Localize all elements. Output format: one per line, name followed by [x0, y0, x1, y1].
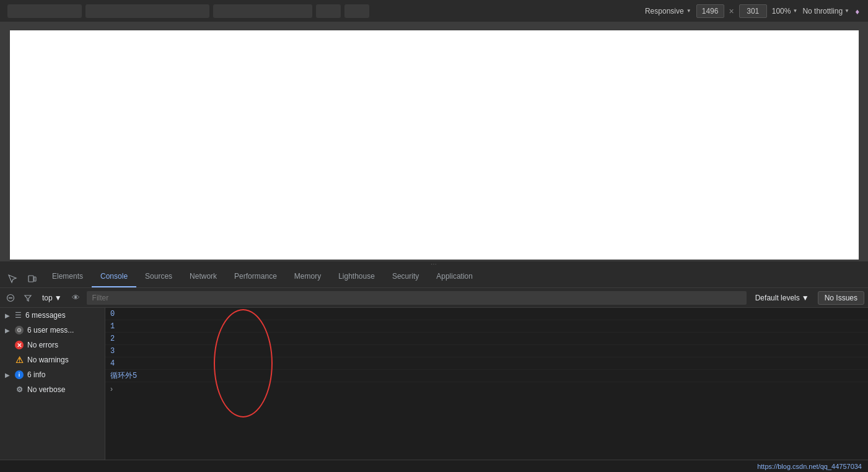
- console-input-line: ›: [105, 382, 868, 396]
- user-messages-arrow-icon: ▶: [5, 327, 11, 334]
- select-element-icon[interactable]: [4, 270, 21, 287]
- devtools-tabs: Elements Console Sources Network Perform…: [0, 266, 868, 288]
- sidebar-item-verbose[interactable]: ▶ ⚙ No verbose: [0, 382, 105, 397]
- error-icon: ✕: [15, 341, 24, 349]
- svg-rect-1: [34, 277, 36, 281]
- page-frame: [10, 30, 859, 260]
- console-value-3: 3: [110, 347, 115, 356]
- clear-console-icon[interactable]: [4, 291, 17, 305]
- context-selector[interactable]: top ▼: [38, 292, 66, 304]
- sidebar-item-warnings[interactable]: ▶ ⚠ No warnings: [0, 352, 105, 367]
- sidebar-item-errors[interactable]: ▶ ✕ No errors: [0, 338, 105, 352]
- console-line-3: 3: [105, 345, 868, 357]
- responsive-dropdown[interactable]: Responsive ▼: [645, 7, 691, 15]
- verbose-icon: ⚙: [15, 385, 24, 394]
- tab-console[interactable]: Console: [92, 266, 136, 287]
- default-levels-button[interactable]: Default levels ▼: [750, 292, 814, 304]
- console-line-5: 循环外5: [105, 370, 868, 382]
- toolbar-segment-4: [316, 4, 341, 18]
- throttling-arrow-icon: ▼: [844, 8, 849, 14]
- toolbar-segment-3: [213, 4, 312, 18]
- svg-rect-0: [28, 276, 33, 282]
- console-value-5: 循环外5: [110, 370, 137, 381]
- warnings-label: No warnings: [27, 356, 69, 364]
- verbose-label: No verbose: [27, 385, 65, 394]
- console-value-0: 0: [110, 310, 115, 318]
- eye-icon[interactable]: 👁: [69, 291, 83, 305]
- console-prompt-icon: ›: [110, 385, 113, 393]
- console-value-1: 1: [110, 322, 115, 331]
- filter-input[interactable]: [87, 291, 747, 305]
- messages-label: 6 messages: [25, 311, 66, 320]
- toolbar-segment-5: [344, 4, 369, 18]
- messages-arrow-icon: ▶: [5, 312, 11, 319]
- console-content: ▶ ☰ 6 messages ▶ ⊙ 6 user mess... ▶ ✕ No…: [0, 308, 868, 472]
- tab-sources[interactable]: Sources: [136, 266, 181, 287]
- console-line-4: 4: [105, 357, 868, 370]
- console-toolbar: top ▼ 👁 Default levels ▼ No Issues: [0, 288, 868, 308]
- user-messages-label: 6 user mess...: [27, 326, 74, 334]
- errors-label: No errors: [27, 341, 58, 349]
- dimension-separator: ×: [729, 6, 734, 16]
- throttling-label: No throttling: [802, 7, 843, 15]
- preview-area: [0, 22, 868, 261]
- default-levels-arrow-icon: ▼: [802, 294, 809, 302]
- console-sidebar: ▶ ☰ 6 messages ▶ ⊙ 6 user mess... ▶ ✕ No…: [0, 308, 105, 472]
- console-output: 0 1 2 3 4 循环外5 ›: [105, 308, 868, 472]
- svg-marker-4: [25, 295, 31, 301]
- tab-memory[interactable]: Memory: [286, 266, 330, 287]
- console-line-1: 1: [105, 320, 868, 333]
- tab-elements[interactable]: Elements: [43, 266, 92, 287]
- toolbar-segment-1: [7, 4, 82, 18]
- sidebar-item-user-messages[interactable]: ▶ ⊙ 6 user mess...: [0, 323, 105, 338]
- console-value-4: 4: [110, 359, 115, 368]
- responsive-arrow-icon: ▼: [686, 8, 691, 14]
- zoom-arrow-icon: ▼: [792, 8, 797, 14]
- console-line-2: 2: [105, 333, 868, 345]
- tab-security[interactable]: Security: [384, 266, 427, 287]
- zoom-label: 100%: [772, 7, 791, 15]
- toolbar-segment-2: [85, 4, 209, 18]
- responsive-label: Responsive: [645, 7, 684, 15]
- toolbar-left: [7, 4, 369, 18]
- info-label: 6 info: [27, 370, 45, 379]
- devtools-toolbar: Responsive ▼ × 100% ▼ No throttling ▼ ⬧: [0, 0, 868, 22]
- device-toggle-icon[interactable]: [24, 270, 41, 287]
- warning-icon: ⚠: [15, 356, 24, 364]
- height-input[interactable]: [739, 4, 767, 18]
- sidebar-item-info[interactable]: ▶ i 6 info: [0, 367, 105, 382]
- console-line-0: 0: [105, 308, 868, 320]
- tab-lighthouse[interactable]: Lighthouse: [330, 266, 384, 287]
- default-levels-label: Default levels: [755, 294, 800, 302]
- context-arrow-icon: ▼: [55, 294, 62, 302]
- info-icon: i: [15, 370, 24, 379]
- console-value-2: 2: [110, 334, 115, 343]
- status-bar: https://blog.csdn.net/qq_44757034: [0, 460, 868, 472]
- width-input[interactable]: [696, 4, 724, 18]
- tab-application[interactable]: Application: [427, 266, 481, 287]
- user-icon: ⊙: [15, 326, 24, 334]
- tab-network[interactable]: Network: [181, 266, 226, 287]
- diamond-icon[interactable]: ⬧: [854, 6, 861, 17]
- sidebar-item-messages[interactable]: ▶ ☰ 6 messages: [0, 308, 105, 323]
- info-arrow-icon: ▶: [5, 372, 11, 378]
- context-label: top: [42, 294, 53, 302]
- no-issues-button[interactable]: No Issues: [818, 291, 864, 305]
- zoom-control[interactable]: 100% ▼: [772, 7, 798, 15]
- list-icon: ☰: [15, 311, 22, 320]
- tab-performance[interactable]: Performance: [226, 266, 286, 287]
- throttling-control[interactable]: No throttling ▼: [802, 7, 849, 15]
- filter-toggle-icon[interactable]: [21, 291, 35, 305]
- status-url: https://blog.csdn.net/qq_44757034: [757, 463, 862, 470]
